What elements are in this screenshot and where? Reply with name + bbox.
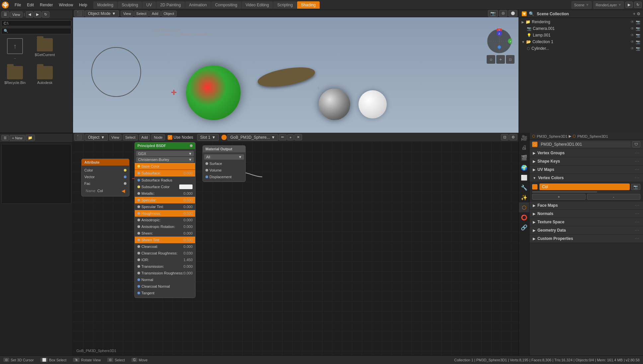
section-normals[interactable]: ▶ Normals ··· (529, 210, 643, 218)
slot-dropdown[interactable]: Slot 1 ▼ (197, 134, 219, 141)
subsurface-dropdown[interactable]: Christensen-Burley ▼ (136, 157, 194, 162)
section-face-maps[interactable]: ▶ Face Maps ··· (529, 201, 643, 210)
shader-mode-icon[interactable]: ⬛ (74, 134, 84, 141)
material-dropdown[interactable]: GoB_PM3D_Sphere... ▼ (227, 134, 278, 141)
render-refresh-btn[interactable]: ↻ (634, 2, 642, 8)
shader-object-dropdown[interactable]: Object ▼ (85, 134, 108, 141)
eye-cylinder[interactable]: 👁 (630, 46, 634, 51)
prop-tab-constraints[interactable]: 🔗 (519, 222, 529, 232)
section-texture-space[interactable]: ▶ Texture Space ··· (529, 218, 643, 226)
select-menu-btn[interactable]: Select (134, 11, 149, 17)
shader-settings-btn[interactable]: ⚙ (509, 134, 517, 140)
menu-help[interactable]: Help (76, 2, 90, 8)
prop-tab-object[interactable]: ⬜ (519, 173, 529, 182)
material-edit-btn[interactable]: ✏ (279, 134, 286, 140)
section-custom-properties[interactable]: ▶ Custom Properties ··· (529, 235, 643, 243)
prop-tab-render[interactable]: 🎥 (519, 133, 529, 143)
name-edit-btn[interactable]: 🛡 (632, 141, 640, 147)
use-nodes-toggle[interactable]: ✓ Use Nodes (168, 135, 193, 140)
prop-tab-scene[interactable]: 🎬 (519, 153, 529, 163)
section-vertex-groups[interactable]: ▶ Vertex Groups ··· (529, 149, 643, 157)
eye-collection1[interactable]: 👁 (630, 39, 634, 44)
vc-camera-btn[interactable]: 📷 (631, 184, 640, 190)
prop-tab-modifiers[interactable]: 🔧 (519, 182, 529, 192)
material-del-btn[interactable]: ✕ (294, 134, 302, 140)
orbit-gizmo[interactable]: X Y Z (487, 29, 512, 54)
tab-sculpting[interactable]: Sculpting (118, 1, 142, 9)
tab-2d-painting[interactable]: 2D Painting (156, 1, 185, 9)
shader-view-btn[interactable]: View (109, 134, 122, 140)
output-all-dropdown[interactable]: All ▼ (204, 154, 244, 160)
shader-select-btn[interactable]: Select (123, 134, 138, 140)
add-menu-btn[interactable]: Add (149, 11, 161, 17)
vc-name-bar[interactable]: Col (539, 183, 630, 190)
menu-window[interactable]: Window (56, 2, 76, 8)
file-item-getcurrent[interactable]: $GetCurrent (33, 38, 56, 59)
render-btn[interactable]: ▶ (625, 2, 633, 8)
distribution-dropdown-row[interactable]: GGX ▼ (136, 151, 194, 156)
shader-canvas[interactable]: Attribute Color Vector Fac (73, 142, 519, 355)
tab-animation[interactable]: Animation (185, 1, 211, 9)
node-material-output[interactable]: Material Output All ▼ Surface (202, 145, 246, 182)
view-mode-btn[interactable]: ☰ (1, 11, 9, 18)
breadcrumb-object[interactable]: PM3D_Sphere3D1 (577, 134, 608, 138)
cam-icon-btn[interactable]: 📷 (488, 10, 498, 17)
file-item-recycle[interactable]: $Recycle.Bin (3, 66, 27, 85)
section-uv-maps[interactable]: ▶ UV Maps ··· (529, 166, 643, 174)
collection-rendering[interactable]: ▶ 📁 Rendering 👁 📷 (519, 19, 643, 25)
view-btn[interactable]: View (10, 12, 23, 18)
cam-camera[interactable]: 📷 (636, 27, 640, 31)
scene-add-icon[interactable]: + (633, 12, 635, 16)
search-icon[interactable]: 🔍 (529, 11, 534, 16)
cam-lamp[interactable]: 📷 (636, 33, 640, 37)
eye-camera[interactable]: 👁 (630, 26, 634, 31)
object-mode-dropdown[interactable]: Object Mode ▼ (85, 10, 119, 17)
vc-add-btn[interactable]: + (532, 194, 586, 200)
fly-btn[interactable]: ✈ (496, 55, 505, 64)
eye-rendering[interactable]: 👁 (630, 20, 634, 24)
prop-tab-mesh[interactable]: ⬡ (519, 202, 529, 212)
tab-scripting[interactable]: Scripting (273, 1, 297, 9)
node-principled-bsdf[interactable]: Principled BSDF GGX ▼ Christensen (134, 142, 196, 298)
distribution-dropdown[interactable]: GGX ▼ (136, 151, 194, 156)
menu-file[interactable]: File (12, 2, 24, 8)
filter-icon[interactable]: 🔽 (522, 11, 527, 16)
section-geometry-data[interactable]: ▶ Geometry Data ··· (529, 226, 643, 235)
use-nodes-checkbox[interactable]: ✓ (168, 135, 172, 140)
eye-lamp[interactable]: 👁 (630, 33, 634, 37)
file-item-up[interactable]: ↑ .. (3, 38, 27, 59)
refresh-btn[interactable]: ↻ (42, 11, 49, 18)
prop-tab-world[interactable]: 🌍 (519, 163, 529, 173)
tab-shading[interactable]: Shading (297, 1, 320, 9)
menu-edit[interactable]: Edit (24, 2, 37, 8)
prop-tab-material[interactable]: ⭕ (519, 212, 529, 222)
bottom-view-btn[interactable]: ☰ (1, 135, 9, 141)
section-shape-keys[interactable]: ▶ Shape Keys ··· (529, 157, 643, 166)
path-bar[interactable]: C:\ (1, 20, 71, 26)
viewport-mode-icon[interactable]: ⬛ (74, 10, 84, 17)
view-menu-btn[interactable]: View (121, 11, 133, 17)
shading-btn[interactable]: ⬤ (509, 10, 517, 17)
search-bar[interactable]: 🔍 (1, 28, 71, 34)
bottom-add-btn[interactable]: + New (10, 135, 25, 141)
object-name-input[interactable] (539, 141, 631, 147)
back-btn[interactable]: ◀ (26, 11, 33, 18)
vc-remove-btn[interactable]: - (587, 194, 640, 200)
collection-1[interactable]: ▼ 📂 Collection 1 👁 📷 (519, 38, 643, 45)
menu-render[interactable]: Render (37, 2, 55, 8)
perspective-btn[interactable]: ⊙ (487, 55, 495, 64)
scene-settings-icon[interactable]: ⚙ (637, 12, 640, 16)
cam-rendering[interactable]: 📷 (636, 20, 640, 24)
shader-fit-btn[interactable]: ⊡ (501, 134, 509, 140)
object-menu-btn[interactable]: Object (161, 11, 177, 17)
output-all-select[interactable]: All ▼ (204, 154, 244, 160)
material-add-btn[interactable]: + (287, 134, 294, 140)
breadcrumb-scene[interactable]: PM3D_Sphere3D1 (537, 134, 567, 138)
tab-compositing[interactable]: Compositing (211, 1, 241, 9)
tab-video-editing[interactable]: Video Editing (242, 1, 273, 9)
prop-tab-output[interactable]: 🖨 (519, 143, 529, 153)
fwd-btn[interactable]: ▶ (34, 11, 41, 18)
shader-node-btn[interactable]: Node (151, 134, 165, 140)
shader-add-btn[interactable]: Add (139, 134, 150, 140)
object-cylinder[interactable]: ⬡ Cylinder... 👁 📷 (519, 45, 643, 52)
